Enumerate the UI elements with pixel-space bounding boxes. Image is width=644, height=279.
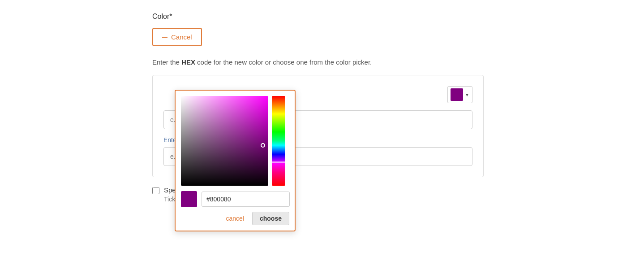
cancel-button[interactable]: Cancel xyxy=(152,28,202,46)
page-wrapper: Color* Cancel Enter the HEX code for the… xyxy=(0,0,644,279)
special-offer-checkbox[interactable] xyxy=(152,187,159,194)
picker-hex-input[interactable] xyxy=(202,192,290,207)
picker-cancel-button[interactable]: cancel xyxy=(222,212,249,225)
picker-gradient[interactable] xyxy=(181,96,268,186)
instruction-after: code for the new color or choose one fro… xyxy=(195,58,372,66)
swatch-arrow-icon: ▼ xyxy=(465,92,469,97)
color-swatch-trigger[interactable]: ▼ xyxy=(447,86,472,103)
color-label-text: Color* xyxy=(152,13,172,20)
picker-actions: cancel choose xyxy=(181,212,289,225)
picker-hue-strip[interactable] xyxy=(272,96,285,186)
hue-indicator xyxy=(272,161,285,163)
minus-icon xyxy=(162,37,167,38)
picker-selected-swatch xyxy=(181,191,197,207)
color-picker-popup: cancel choose xyxy=(175,90,296,231)
instruction-text: Enter the HEX code for the new color or … xyxy=(152,57,466,68)
picker-gradient-bg xyxy=(181,96,268,186)
cancel-label: Cancel xyxy=(171,33,192,41)
content-area: Color* Cancel Enter the HEX code for the… xyxy=(0,0,644,215)
swatch-box xyxy=(451,88,463,101)
color-label: Color* xyxy=(152,13,492,21)
picker-choose-button[interactable]: choose xyxy=(252,212,289,225)
picker-bottom xyxy=(181,191,289,207)
instruction-hex: HEX xyxy=(181,58,195,66)
instruction-before: Enter the xyxy=(152,58,181,66)
picker-main xyxy=(181,96,289,186)
